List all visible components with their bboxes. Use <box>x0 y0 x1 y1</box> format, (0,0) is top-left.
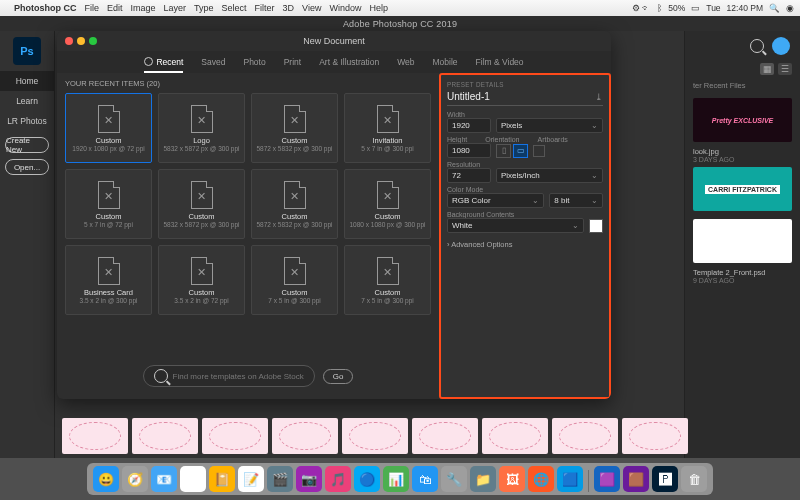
menu-file[interactable]: File <box>85 3 100 13</box>
menu-layer[interactable]: Layer <box>164 3 187 13</box>
preset-tile[interactable]: ✕Custom5832 x 5872 px @ 300 ppi <box>158 169 245 239</box>
dock-app[interactable]: 📝 <box>238 466 264 492</box>
preset-tile[interactable]: ✕Custom5 x 7 in @ 72 ppi <box>65 169 152 239</box>
dock-app[interactable]: 📊 <box>383 466 409 492</box>
view-list[interactable]: ☰ <box>778 63 792 75</box>
dock-app[interactable]: 📔 <box>209 466 235 492</box>
tab-recent[interactable]: Recent <box>144 53 183 71</box>
dock-app[interactable]: 🟪 <box>594 466 620 492</box>
orientation-landscape[interactable]: ▭ <box>513 144 528 158</box>
bluetooth-icon[interactable]: ᛒ <box>657 3 662 13</box>
dock-app[interactable]: 🌐 <box>528 466 554 492</box>
preset-tile[interactable]: ✕Custom1080 x 1080 px @ 300 ppi <box>344 169 431 239</box>
wifi-icon[interactable]: ⚙︎ ᯤ <box>632 3 651 13</box>
filmstrip-item[interactable] <box>412 418 478 454</box>
tab-film[interactable]: Film & Video <box>476 53 524 71</box>
filmstrip-item[interactable] <box>622 418 688 454</box>
tab-art[interactable]: Art & Illustration <box>319 53 379 71</box>
ps-logo: Ps <box>13 37 41 65</box>
bit-depth-select[interactable]: 8 bit⌄ <box>549 193 603 208</box>
dock-app[interactable]: 🟫 <box>623 466 649 492</box>
dock-app[interactable]: 📁 <box>470 466 496 492</box>
menu-type[interactable]: Type <box>194 3 214 13</box>
dock-app[interactable]: 🅿︎ <box>652 466 678 492</box>
preset-tile[interactable]: ✕Custom5872 x 5832 px @ 300 ppi <box>251 169 338 239</box>
menu-filter[interactable]: Filter <box>255 3 275 13</box>
dock-app[interactable]: 😀 <box>93 466 119 492</box>
dock-app[interactable]: 📷 <box>296 466 322 492</box>
recent-thumb[interactable] <box>693 219 792 263</box>
orientation-portrait[interactable]: ▯ <box>496 144 511 158</box>
dock-app[interactable]: 🖼 <box>499 466 525 492</box>
tab-home[interactable]: Home <box>0 71 54 91</box>
preset-tile[interactable]: ✕Custom5872 x 5832 px @ 300 ppi <box>251 93 338 163</box>
advanced-options-toggle[interactable]: Advanced Options <box>447 240 603 249</box>
menu-window[interactable]: Window <box>329 3 361 13</box>
preset-tile[interactable]: ✕Custom7 x 5 in @ 300 ppi <box>251 245 338 315</box>
recent-thumb[interactable]: CARRI FITZPATRICK <box>693 167 792 211</box>
background-select[interactable]: White⌄ <box>447 218 584 233</box>
menu-image[interactable]: Image <box>131 3 156 13</box>
open-button[interactable]: Open... <box>5 159 49 175</box>
dock-app[interactable]: 🎵 <box>325 466 351 492</box>
preset-dim: 3.5 x 2 in @ 72 ppi <box>174 297 228 304</box>
filmstrip-item[interactable] <box>342 418 408 454</box>
create-new-button[interactable]: Create New <box>5 137 49 153</box>
menu-view[interactable]: View <box>302 3 321 13</box>
resolution-field[interactable]: 72 <box>447 168 491 183</box>
menu-select[interactable]: Select <box>222 3 247 13</box>
units-select[interactable]: Pixels⌄ <box>496 118 603 133</box>
dock-app[interactable]: 📧 <box>151 466 177 492</box>
filmstrip-item[interactable] <box>202 418 268 454</box>
tab-learn[interactable]: Learn <box>0 91 54 111</box>
spotlight-icon[interactable]: 🔍 <box>769 3 780 13</box>
view-grid[interactable]: ▦ <box>760 63 774 75</box>
resolution-unit-select[interactable]: Pixels/Inch⌄ <box>496 168 603 183</box>
filmstrip-item[interactable] <box>552 418 618 454</box>
background-swatch[interactable] <box>589 219 603 233</box>
dock-app[interactable]: 🔧 <box>441 466 467 492</box>
height-field[interactable]: 1080 <box>447 143 491 158</box>
menu-help[interactable]: Help <box>369 3 388 13</box>
search-icon[interactable] <box>750 39 764 53</box>
filmstrip-item[interactable] <box>132 418 198 454</box>
menu-edit[interactable]: Edit <box>107 3 123 13</box>
preset-tile[interactable]: ✕Custom1920 x 1080 px @ 72 ppi <box>65 93 152 163</box>
preset-tile[interactable]: ✕Custom3.5 x 2 in @ 72 ppi <box>158 245 245 315</box>
tab-saved[interactable]: Saved <box>201 53 225 71</box>
artboards-checkbox[interactable] <box>533 145 545 157</box>
dock-app[interactable]: 🧭 <box>122 466 148 492</box>
color-mode-select[interactable]: RGB Color⌄ <box>447 193 544 208</box>
tab-mobile[interactable]: Mobile <box>433 53 458 71</box>
preset-tile[interactable]: ✕Invitation5 x 7 in @ 300 ppi <box>344 93 431 163</box>
document-name-field[interactable] <box>447 91 595 102</box>
dock-app[interactable]: 🔵 <box>354 466 380 492</box>
tab-lr-photos[interactable]: LR Photos <box>0 111 54 131</box>
stock-search[interactable]: Find more templates on Adobe Stock <box>143 365 315 387</box>
go-button[interactable]: Go <box>323 369 354 384</box>
filmstrip-item[interactable] <box>62 418 128 454</box>
dock-app[interactable]: 🟦 <box>557 466 583 492</box>
recent-thumb[interactable]: Pretty EXCLUSIVE <box>693 98 792 142</box>
preset-tile[interactable]: ✕Custom7 x 5 in @ 300 ppi <box>344 245 431 315</box>
user-avatar[interactable] <box>772 37 790 55</box>
preset-grid: ✕Custom1920 x 1080 px @ 72 ppi✕Logo5832 … <box>65 93 431 315</box>
dock-app[interactable]: 🗓 <box>180 466 206 492</box>
tab-print[interactable]: Print <box>284 53 301 71</box>
tab-photo[interactable]: Photo <box>243 53 265 71</box>
siri-icon[interactable]: ◉ <box>786 3 794 13</box>
tab-web[interactable]: Web <box>397 53 414 71</box>
preset-tile[interactable]: ✕Business Card3.5 x 2 in @ 300 ppi <box>65 245 152 315</box>
save-preset-icon[interactable]: ⤓ <box>595 92 603 102</box>
preset-tile[interactable]: ✕Logo5832 x 5872 px @ 300 ppi <box>158 93 245 163</box>
filmstrip-item[interactable] <box>482 418 548 454</box>
width-field[interactable]: 1920 <box>447 118 491 133</box>
filmstrip-item[interactable] <box>272 418 338 454</box>
menu-3d[interactable]: 3D <box>283 3 295 13</box>
preset-name: Custom <box>96 136 122 145</box>
dock-app[interactable]: 🗑 <box>681 466 707 492</box>
app-menu[interactable]: Photoshop CC <box>14 3 77 13</box>
dock-app[interactable]: 🛍 <box>412 466 438 492</box>
battery-icon[interactable]: ▭ <box>691 3 700 13</box>
dock-app[interactable]: 🎬 <box>267 466 293 492</box>
